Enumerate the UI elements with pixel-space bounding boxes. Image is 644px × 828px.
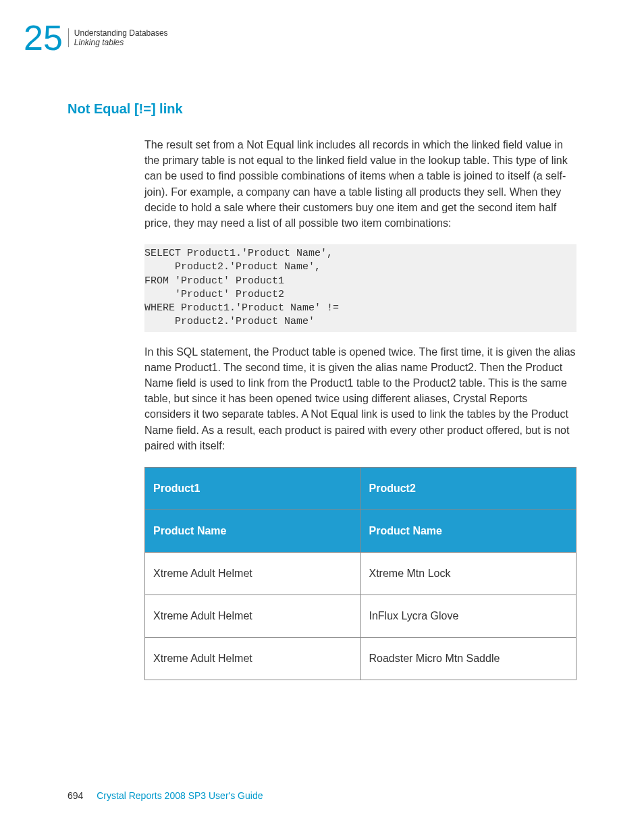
header-subtitle: Linking tables <box>74 38 168 47</box>
page-number: 694 <box>68 790 83 801</box>
table-cell: Xtreme Mtn Lock <box>360 552 576 595</box>
header-text-block: Understanding Databases Linking tables <box>68 28 168 47</box>
paragraph-1: The result set from a Not Equal link inc… <box>144 137 576 231</box>
table-cell: Xtreme Adult Helmet <box>145 552 361 595</box>
table-row: Xtreme Adult Helmet Roadster Micro Mtn S… <box>145 637 576 680</box>
page-header: 25 Understanding Databases Linking table… <box>24 20 168 55</box>
section-heading: Not Equal [!=] link <box>68 101 576 117</box>
table-row: Xtreme Adult Helmet InFlux Lycra Glove <box>145 595 576 637</box>
table-header-product2: Product2 <box>360 467 576 509</box>
table-row: Xtreme Adult Helmet Xtreme Mtn Lock <box>145 552 576 595</box>
table-cell: Roadster Micro Mtn Saddle <box>360 637 576 680</box>
table-cell: InFlux Lycra Glove <box>360 595 576 637</box>
paragraph-2: In this SQL statement, the Product table… <box>144 344 576 453</box>
main-content: Not Equal [!=] link The result set from … <box>68 101 576 680</box>
chapter-number: 25 <box>24 20 63 55</box>
table-header-product1: Product1 <box>145 467 361 509</box>
table-subheader-row: Product Name Product Name <box>145 509 576 552</box>
footer-title: Crystal Reports 2008 SP3 User's Guide <box>97 790 263 801</box>
table-subheader-2: Product Name <box>360 509 576 552</box>
table-cell: Xtreme Adult Helmet <box>145 595 361 637</box>
sql-code-block: SELECT Product1.'Product Name', Product2… <box>144 244 576 332</box>
header-title: Understanding Databases <box>74 28 168 38</box>
table-cell: Xtreme Adult Helmet <box>145 637 361 680</box>
table-header-row: Product1 Product2 <box>145 467 576 509</box>
product-table: Product1 Product2 Product Name Product N… <box>144 467 576 680</box>
page-footer: 694 Crystal Reports 2008 SP3 User's Guid… <box>68 790 263 801</box>
table-subheader-1: Product Name <box>145 509 361 552</box>
